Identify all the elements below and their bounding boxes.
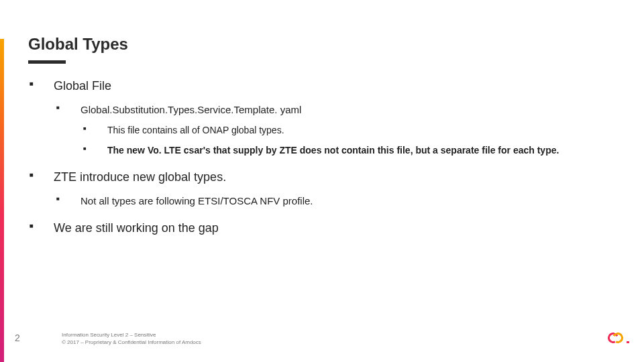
footer-line-2: © 2017 – Proprietary & Confidential Info… xyxy=(62,339,201,346)
slide-title: Global Types xyxy=(28,35,128,54)
bullet-text: Global.Substitution.Types.Service.Templa… xyxy=(80,104,301,115)
bullet-text: Global File xyxy=(54,79,111,93)
title-underline xyxy=(28,60,66,64)
page-number: 2 xyxy=(15,333,20,343)
slide: Global Types Global File Global.Substitu… xyxy=(0,0,644,362)
bullet-zte-new-types: ZTE introduce new global types. Not all … xyxy=(42,170,617,206)
bullet-template-yaml: Global.Substitution.Types.Service.Templa… xyxy=(68,104,617,156)
bullet-text: This file contains all of ONAP global ty… xyxy=(107,125,284,135)
gradient-accent-bar xyxy=(0,39,4,362)
bullet-text: We are still working on the gap xyxy=(54,221,219,235)
amdocs-logo xyxy=(608,331,627,345)
bullet-etsi-tosca: Not all types are following ETSI/TOSCA N… xyxy=(68,195,617,206)
bullet-text: Not all types are following ETSI/TOSCA N… xyxy=(80,195,313,206)
bullet-text: The new Vo. LTE csar's that supply by ZT… xyxy=(107,145,559,156)
content-area: Global File Global.Substitution.Types.Se… xyxy=(42,79,617,250)
logo-dot-icon xyxy=(627,341,629,343)
bullet-working-on-gap: We are still working on the gap xyxy=(42,221,617,235)
bullet-text: ZTE introduce new global types. xyxy=(54,170,226,184)
bullet-volte-csar: The new Vo. LTE csar's that supply by ZT… xyxy=(95,145,617,156)
footer: Information Security Level 2 – Sensitive… xyxy=(62,332,201,346)
bullet-global-file: Global File Global.Substitution.Types.Se… xyxy=(42,79,617,156)
footer-line-1: Information Security Level 2 – Sensitive xyxy=(62,332,201,339)
bullet-onap-types: This file contains all of ONAP global ty… xyxy=(95,125,617,135)
